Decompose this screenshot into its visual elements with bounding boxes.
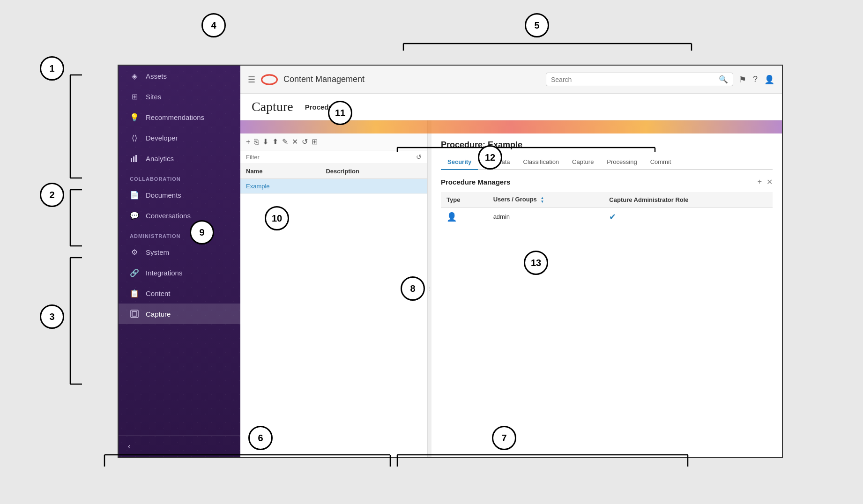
sites-icon: ⊞ <box>130 92 139 101</box>
header-bar: ☰ Content Management 🔍 ⚑ ? 👤 <box>240 66 782 94</box>
table-header-row: Type Users / Groups ▲ ▼ Capture Admini <box>441 192 773 208</box>
sidebar-item-documents[interactable]: 📄 Documents <box>119 185 240 205</box>
annotation-9: 9 <box>190 220 214 245</box>
tab-capture[interactable]: Capture <box>565 155 600 170</box>
header-icons: ⚑ ? 👤 <box>739 74 774 85</box>
manager-row[interactable]: 👤 admin ✔ <box>441 208 773 226</box>
page-title: Capture <box>252 99 293 114</box>
annotation-12: 12 <box>478 145 502 170</box>
search-icon: 🔍 <box>719 75 728 84</box>
sidebar-item-assets[interactable]: ◈ Assets <box>119 66 240 86</box>
sort-icons[interactable]: ▲ ▼ <box>540 196 544 204</box>
sidebar-item-label: Developer <box>146 134 178 142</box>
upload-icon[interactable]: ⬆ <box>272 137 278 146</box>
documents-icon: 📄 <box>130 190 139 200</box>
annotation-11: 11 <box>328 101 352 125</box>
administration-label: ADMINISTRATION <box>119 226 240 242</box>
right-panel: Procedure: Example Security Metadata Cla… <box>432 120 782 457</box>
integrations-icon: 🔗 <box>130 268 139 277</box>
sidebar-item-integrations[interactable]: 🔗 Integrations <box>119 262 240 283</box>
annotation-4: 4 <box>201 13 226 37</box>
add-manager-icon[interactable]: + <box>758 178 762 186</box>
role-check: ✔ <box>603 208 773 226</box>
row-desc <box>326 183 422 190</box>
sidebar-item-label: Integrations <box>146 269 182 277</box>
user-name: admin <box>488 208 604 226</box>
sidebar-item-sites[interactable]: ⊞ Sites <box>119 86 240 107</box>
panel-divider[interactable]: ⋮ <box>428 120 432 457</box>
user-type-icon: 👤 <box>441 208 488 226</box>
section-title: Procedure Managers <box>441 178 510 186</box>
filter-input[interactable] <box>246 154 412 161</box>
sidebar-item-conversations[interactable]: 💬 Conversations <box>119 205 240 226</box>
panel-toolbar: + ⎘ ⬇ ⬆ ✎ ✕ ↺ ⊞ <box>240 133 427 150</box>
collapse-icon: ‹ <box>128 442 130 451</box>
tab-processing[interactable]: Processing <box>600 155 643 170</box>
col-role-header: Capture Administrator Role <box>603 192 773 208</box>
search-container: 🔍 <box>546 73 733 86</box>
system-icon: ⚙ <box>130 247 139 257</box>
sidebar-item-label: Conversations <box>146 212 191 220</box>
menu-icon[interactable]: ☰ <box>248 74 255 85</box>
user-icon[interactable]: 👤 <box>764 74 774 85</box>
sidebar-item-content[interactable]: 📋 Content <box>119 283 240 304</box>
sidebar-item-label: Assets <box>146 72 167 80</box>
tab-commit[interactable]: Commit <box>644 155 678 170</box>
sidebar-item-system[interactable]: ⚙ System <box>119 242 240 262</box>
refresh-icon[interactable]: ↺ <box>302 137 308 146</box>
section-header-row: Procedure Managers + ✕ <box>441 178 773 186</box>
help-icon[interactable]: ? <box>753 74 758 84</box>
col-type-header: Type <box>441 192 488 208</box>
svg-point-26 <box>262 74 277 84</box>
sidebar-item-analytics[interactable]: Analytics <box>119 148 240 169</box>
main-content: ☰ Content Management 🔍 ⚑ ? 👤 <box>240 66 782 457</box>
sidebar: ◈ Assets ⊞ Sites 💡 Recommendations ⟨⟩ De… <box>119 66 240 457</box>
svg-rect-25 <box>132 311 137 316</box>
left-panel: + ⎘ ⬇ ⬆ ✎ ✕ ↺ ⊞ ↺ Name <box>240 120 428 457</box>
filter-refresh-icon[interactable]: ↺ <box>416 153 422 161</box>
sidebar-item-developer[interactable]: ⟨⟩ Developer <box>119 127 240 148</box>
col-name-header: Name <box>246 168 326 175</box>
annotation-2: 2 <box>40 183 64 207</box>
oracle-logo <box>261 71 278 88</box>
tab-security[interactable]: Security <box>441 155 478 170</box>
sidebar-item-label: Sites <box>146 93 161 101</box>
delete-icon[interactable]: ✕ <box>292 137 298 146</box>
page-header: Capture Procedures <box>240 94 782 120</box>
managers-table: Type Users / Groups ▲ ▼ Capture Admini <box>441 192 773 226</box>
outer-wrapper: 1 2 3 4 5 6 7 8 9 10 11 12 13 <box>0 0 863 504</box>
conversations-icon: 💬 <box>130 211 139 220</box>
svg-rect-21 <box>131 158 132 162</box>
recommendations-icon: 💡 <box>130 112 139 122</box>
section-actions: + ✕ <box>758 178 773 186</box>
tab-classification[interactable]: Classification <box>517 155 566 170</box>
annotation-3: 3 <box>40 304 64 329</box>
header-title: Content Management <box>283 74 365 84</box>
developer-icon: ⟨⟩ <box>130 133 139 142</box>
sidebar-item-label: Documents <box>146 191 181 199</box>
copy-icon[interactable]: ⎘ <box>254 138 259 146</box>
download-icon[interactable]: ⬇ <box>262 137 268 146</box>
sidebar-item-label: Recommendations <box>146 113 204 121</box>
add-icon[interactable]: + <box>246 138 250 146</box>
annotation-8: 8 <box>401 276 425 301</box>
remove-manager-icon[interactable]: ✕ <box>766 178 773 186</box>
col-users-header: Users / Groups ▲ ▼ <box>488 192 604 208</box>
row-name: Example <box>246 183 326 190</box>
annotation-7: 7 <box>492 426 516 450</box>
sidebar-item-recommendations[interactable]: 💡 Recommendations <box>119 107 240 127</box>
col-desc-header: Description <box>326 168 422 175</box>
search-input[interactable] <box>551 76 715 83</box>
sidebar-item-capture[interactable]: Capture <box>119 304 240 324</box>
edit-icon[interactable]: ✎ <box>282 137 288 146</box>
check-icon: ✔ <box>609 212 616 222</box>
grid-icon[interactable]: ⊞ <box>312 137 318 146</box>
annotation-13: 13 <box>524 251 548 275</box>
sidebar-collapse-button[interactable]: ‹ <box>119 435 240 457</box>
table-row[interactable]: Example <box>240 179 427 194</box>
sidebar-item-label: System <box>146 248 169 256</box>
content-icon: 📋 <box>130 289 139 298</box>
annotation-10: 10 <box>265 206 289 230</box>
annotation-6: 6 <box>248 426 273 450</box>
flag-icon[interactable]: ⚑ <box>739 74 746 85</box>
